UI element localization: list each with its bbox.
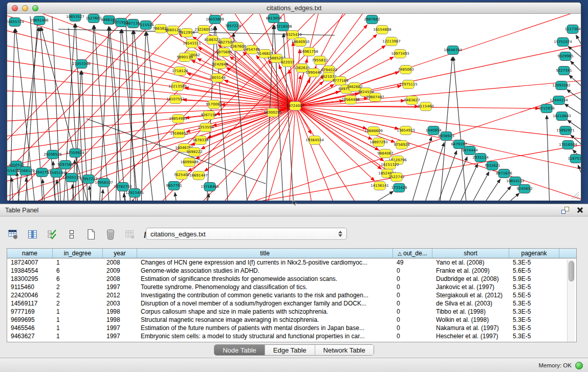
column-header-short[interactable]: short (432, 249, 509, 258)
graph-node[interactable]: 2718126 (172, 67, 188, 76)
close-panel-icon[interactable] (576, 207, 583, 213)
tab-edge-table[interactable]: Edge Table (265, 345, 315, 355)
graph-node[interactable]: 9884067 (377, 149, 393, 158)
table-row[interactable]: 946362711997Embryonic stem cells: a mode… (7, 332, 576, 340)
graph-node[interactable]: 14136141 (371, 182, 389, 190)
zoom-window-button[interactable] (32, 5, 38, 11)
table-row[interactable]: 969969511998Structural magnetic resonanc… (7, 316, 576, 324)
graph-node[interactable]: 2687682 (364, 15, 380, 24)
graph-node[interactable]: 20691406 (30, 16, 49, 25)
graph-node[interactable]: 16099489 (180, 158, 199, 167)
graph-node[interactable]: 10973493 (391, 50, 409, 58)
graph-node[interactable]: 1167534 (568, 155, 581, 163)
graph-node[interactable]: 9267150 (201, 111, 216, 120)
graph-node[interactable]: 12093582 (552, 81, 571, 90)
graph-node[interactable]: 10654112 (506, 177, 525, 186)
graph-node[interactable]: 7857224 (225, 22, 241, 31)
graph-node[interactable]: 18107553 (166, 95, 185, 104)
graph-node[interactable]: 8912954 (179, 29, 195, 37)
graph-node[interactable]: 7625402 (173, 171, 189, 180)
graph-node[interactable]: 9115460 (418, 102, 433, 111)
graph-node[interactable]: 19166852 (170, 129, 188, 138)
vertical-scrollbar[interactable] (567, 259, 575, 342)
close-window-button[interactable] (12, 5, 18, 11)
network-canvas[interactable]: 1872400718300295198549851916685216046766… (7, 14, 581, 201)
graph-node[interactable]: 15218506 (274, 23, 292, 31)
graph-node[interactable]: 1440954 (425, 126, 442, 135)
table-selector-dropdown[interactable]: citations_edges.txt (146, 228, 347, 240)
graph-node[interactable]: 7515526 (138, 21, 154, 30)
graph-node[interactable]: 9242848 (212, 60, 228, 69)
graph-node[interactable]: 17016504 (559, 141, 577, 149)
graph-node[interactable]: 15751074 (554, 38, 572, 47)
graph-node[interactable]: 2803144 (209, 74, 226, 82)
column-header-pagerank[interactable]: pagerank (509, 249, 559, 258)
graph-node[interactable]: 9474444 (462, 146, 478, 155)
memory-status-indicator[interactable] (575, 362, 583, 369)
table-row[interactable]: 2242004622012Investigating the contribut… (7, 291, 576, 299)
column-header-year[interactable]: year (103, 249, 137, 258)
graph-node[interactable]: 1527602 (85, 14, 101, 23)
graph-node[interactable]: 1353594 (198, 123, 214, 132)
graph-node[interactable]: 7955812 (312, 56, 328, 65)
graph-node[interactable]: 13654923 (397, 126, 415, 135)
table-settings-icon[interactable] (7, 227, 20, 242)
resize-grip[interactable] (572, 192, 579, 199)
column-header-in_degree[interactable]: in_degree (53, 249, 103, 258)
graph-node[interactable]: 17359924 (66, 149, 84, 158)
graph-node[interactable]: 12213589 (168, 82, 187, 91)
graph-node[interactable]: 9756928 (394, 141, 409, 149)
graph-node[interactable]: 2935114 (472, 154, 489, 162)
graph-node[interactable]: 9857791 (166, 182, 182, 190)
graph-node[interactable]: 1733426 (391, 184, 407, 192)
graph-node[interactable]: 21053346 (72, 60, 91, 69)
graph-node[interactable]: 12975115 (399, 80, 418, 89)
graph-node[interactable]: 5875685 (216, 48, 232, 57)
table-row[interactable]: 911546021997Tourette syndrome. Phenomeno… (7, 283, 576, 291)
column-header-out_degree[interactable]: △out_de... (393, 249, 432, 258)
graph-node[interactable]: 9329965 (557, 52, 573, 61)
graph-node[interactable]: 9463627 (404, 96, 420, 105)
column-header-title[interactable]: title (137, 249, 393, 258)
graph-node[interactable]: 822037 (281, 58, 295, 67)
graph-node[interactable]: 8938923 (438, 132, 454, 141)
table-row[interactable]: 977716911998Corpus callosum shape and si… (7, 308, 576, 316)
column-header-name[interactable]: name (7, 249, 53, 258)
delete-column-icon[interactable] (104, 227, 117, 242)
graph-node[interactable]: 16691447 (189, 171, 208, 180)
graph-node[interactable]: 9777169 (332, 77, 348, 85)
graph-node[interactable]: 16961758 (300, 48, 318, 56)
graph-node[interactable]: 5498222 (186, 148, 202, 157)
graph-node[interactable]: 15992971 (556, 126, 575, 135)
graph-node[interactable]: 8215936 (538, 104, 555, 113)
select-all-columns-icon[interactable] (46, 227, 59, 242)
graph-node[interactable]: 9227341 (556, 67, 572, 75)
graph-node[interactable]: 1990448 (306, 69, 321, 77)
graph-node[interactable]: 8186323 (204, 36, 220, 45)
graph-node[interactable]: 9297588 (57, 161, 73, 169)
row-options-icon[interactable] (65, 227, 78, 242)
graph-node[interactable]: 10653527 (66, 14, 84, 21)
graph-node[interactable]: 16033809 (206, 15, 224, 24)
graph-node[interactable]: 18807293 (369, 138, 388, 147)
table-row[interactable]: 1872400712008Changes of HCN gene express… (7, 258, 576, 267)
toggle-column-icon[interactable] (26, 227, 39, 242)
graph-node[interactable]: 16648784 (444, 46, 462, 55)
graph-node[interactable]: 16154808 (373, 26, 391, 34)
graph-node[interactable]: 8471676 (496, 169, 512, 178)
minimize-window-button[interactable] (22, 5, 28, 11)
graph-node[interactable]: 10688609 (364, 127, 383, 136)
graph-node[interactable]: 7485063 (398, 65, 413, 74)
graph-node[interactable]: 9170082 (206, 100, 222, 109)
table-row[interactable]: 1456911722003Disruption of a novel membe… (7, 299, 576, 308)
float-panel-icon[interactable] (561, 207, 569, 214)
graph-node[interactable]: 2522742 (388, 173, 404, 182)
graph-node[interactable]: 24055724 (7, 18, 24, 27)
graph-node[interactable]: 9890139 (177, 53, 192, 62)
tab-network-table[interactable]: Network Table (315, 345, 374, 355)
graph-node[interactable]: 12213967 (382, 37, 401, 46)
tab-node-table[interactable]: Node Table (214, 345, 265, 355)
delete-table-icon[interactable] (123, 227, 137, 242)
table-row[interactable]: 1938455462009Genome-wide association stu… (7, 267, 576, 275)
window-titlebar[interactable]: citations_edges.txt (7, 3, 581, 14)
